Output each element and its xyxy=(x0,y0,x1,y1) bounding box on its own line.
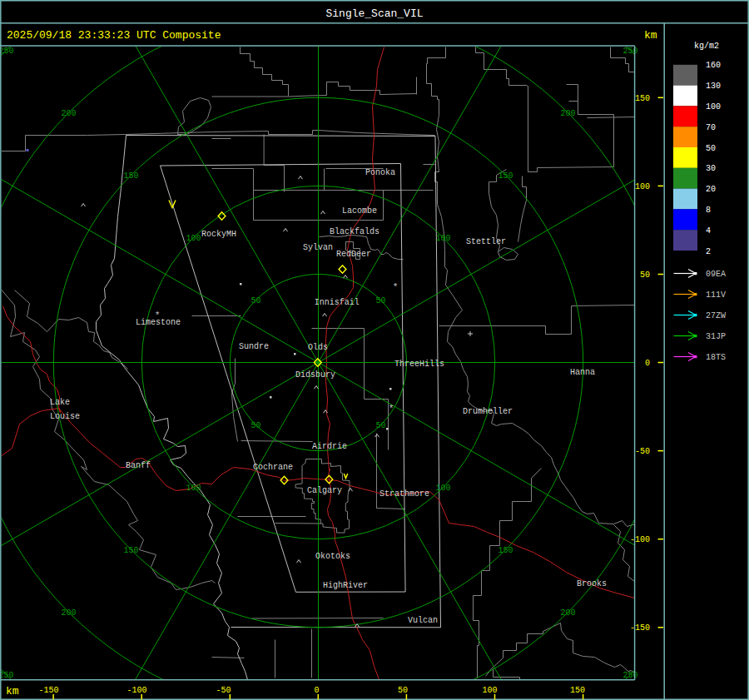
svg-text:km: km xyxy=(644,29,657,42)
svg-text:50: 50 xyxy=(375,296,385,305)
svg-text:20: 20 xyxy=(706,185,716,194)
svg-text:160: 160 xyxy=(706,61,721,70)
svg-text:200: 200 xyxy=(560,608,575,618)
svg-text:50: 50 xyxy=(375,421,385,430)
svg-text:250: 250 xyxy=(0,671,14,680)
svg-text:Didsbury: Didsbury xyxy=(295,370,335,380)
svg-text:100: 100 xyxy=(435,484,450,493)
svg-text:250: 250 xyxy=(623,671,637,680)
svg-text:50: 50 xyxy=(640,271,650,280)
svg-text:Single_Scan_VIL: Single_Scan_VIL xyxy=(325,7,423,20)
svg-text:70: 70 xyxy=(706,123,716,132)
svg-text:Banff: Banff xyxy=(126,461,151,470)
svg-text:-150: -150 xyxy=(39,686,59,695)
svg-text:200: 200 xyxy=(61,109,76,118)
svg-text:150: 150 xyxy=(635,94,650,103)
svg-text:50: 50 xyxy=(250,421,260,430)
svg-text:150: 150 xyxy=(123,171,138,181)
svg-text:100: 100 xyxy=(186,484,201,493)
svg-text:Stettler: Stettler xyxy=(466,237,506,246)
svg-text:100: 100 xyxy=(706,102,721,112)
svg-text:Airdrie: Airdrie xyxy=(312,442,347,451)
svg-text:130: 130 xyxy=(706,82,721,91)
svg-text:-100: -100 xyxy=(630,535,650,544)
svg-text:kg/m2: kg/m2 xyxy=(694,42,719,51)
svg-text:Blackfalds: Blackfalds xyxy=(330,227,379,236)
svg-text:Drumheller: Drumheller xyxy=(463,407,513,416)
svg-text:RockyMH: RockyMH xyxy=(201,230,236,239)
svg-text:RedDeer: RedDeer xyxy=(336,250,371,259)
svg-text:Lake: Lake xyxy=(50,398,70,407)
svg-text:Brooks: Brooks xyxy=(577,579,607,588)
svg-text:150: 150 xyxy=(570,686,585,695)
svg-text:27ZW: 27ZW xyxy=(706,311,726,320)
svg-text:31JP: 31JP xyxy=(706,332,726,341)
svg-text:150: 150 xyxy=(498,546,513,555)
svg-text:Louise: Louise xyxy=(50,412,80,421)
svg-text:Ponoka: Ponoka xyxy=(365,168,395,177)
svg-text:*: * xyxy=(389,404,394,414)
svg-text:18TS: 18TS xyxy=(706,353,726,362)
svg-text:200: 200 xyxy=(560,109,575,118)
svg-text:Sundre: Sundre xyxy=(239,342,269,351)
svg-text:-50: -50 xyxy=(216,686,231,695)
svg-text:250: 250 xyxy=(0,47,14,56)
svg-text:100: 100 xyxy=(186,234,201,243)
svg-text:HighRiver: HighRiver xyxy=(323,581,368,590)
svg-text:-100: -100 xyxy=(127,686,147,695)
svg-text:Innisfail: Innisfail xyxy=(315,298,360,307)
svg-text:250: 250 xyxy=(623,47,637,56)
svg-text:Lacombe: Lacombe xyxy=(342,206,377,216)
svg-text:4: 4 xyxy=(706,226,711,236)
svg-text:Hanna: Hanna xyxy=(570,368,595,377)
svg-text:30: 30 xyxy=(706,164,716,173)
svg-text:150: 150 xyxy=(123,546,138,555)
svg-text:200: 200 xyxy=(61,608,76,618)
svg-text:100: 100 xyxy=(635,182,650,191)
svg-text:Limestone: Limestone xyxy=(136,318,181,327)
svg-text:50: 50 xyxy=(250,296,260,305)
svg-text:100: 100 xyxy=(483,686,498,695)
svg-text:2025/09/18 23:33:23 UTC Compos: 2025/09/18 23:33:23 UTC Composite xyxy=(7,29,221,42)
svg-text:100: 100 xyxy=(435,234,450,243)
svg-text:-150: -150 xyxy=(630,623,650,633)
svg-text:*: * xyxy=(393,282,399,292)
svg-text:50: 50 xyxy=(706,144,716,153)
svg-text:km: km xyxy=(6,685,19,698)
svg-text:ThreeHills: ThreeHills xyxy=(394,360,444,369)
svg-text:0: 0 xyxy=(315,686,320,695)
svg-text:150: 150 xyxy=(498,171,513,181)
svg-text:Vulcan: Vulcan xyxy=(408,616,438,625)
svg-text:111V: 111V xyxy=(706,290,726,300)
svg-text:Sylvan: Sylvan xyxy=(303,243,333,252)
svg-text:Olds: Olds xyxy=(308,343,328,352)
svg-text:Strathmore: Strathmore xyxy=(379,489,429,499)
svg-text:-50: -50 xyxy=(635,447,650,456)
svg-text:09EA: 09EA xyxy=(706,270,726,279)
svg-text:0: 0 xyxy=(645,359,650,368)
svg-text:2: 2 xyxy=(706,247,711,256)
svg-text:Calgary: Calgary xyxy=(307,486,342,495)
svg-text:Cochrane: Cochrane xyxy=(253,463,293,472)
svg-text:50: 50 xyxy=(398,686,408,695)
svg-text:Okotoks: Okotoks xyxy=(315,552,350,561)
svg-text:8: 8 xyxy=(706,206,711,215)
